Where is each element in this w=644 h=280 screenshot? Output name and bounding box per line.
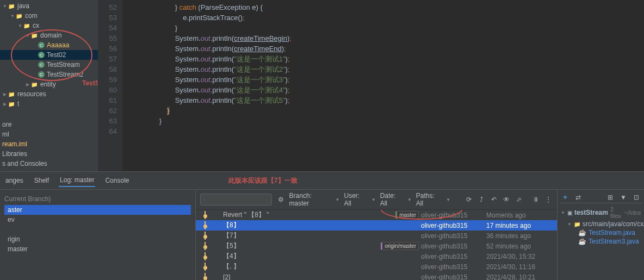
folder-icon: 📁 bbox=[15, 12, 23, 20]
class-icon: C bbox=[38, 52, 45, 58]
branch-badge: origin/master bbox=[381, 242, 419, 250]
file-tree-folder[interactable]: ▼ 📁 src/main/java/com/cx/ bbox=[560, 220, 642, 228]
branch-item[interactable]: ev bbox=[4, 215, 191, 225]
branches-panel: Current Branch) asterev rigin master bbox=[0, 190, 196, 280]
tree-item-resources[interactable]: ▶📁resources bbox=[0, 89, 98, 99]
folder-icon: 📁 bbox=[8, 2, 15, 10]
tab-console[interactable]: Console bbox=[104, 175, 130, 186]
eye-icon[interactable]: 👁 bbox=[502, 195, 510, 204]
branch-badge: master bbox=[395, 211, 419, 219]
tree-item-com[interactable]: ▼📁com bbox=[0, 11, 98, 21]
annotation-2: 此版本应该跟【7】一致 bbox=[228, 176, 298, 185]
branch-header: Current Branch) bbox=[4, 193, 191, 205]
pause-icon[interactable]: ⏸ bbox=[532, 195, 540, 204]
search-input[interactable] bbox=[200, 194, 272, 206]
tree-item-aaaaaa[interactable]: CAaaaaa bbox=[0, 40, 98, 50]
swap-icon[interactable]: ⇄ bbox=[574, 193, 583, 202]
commit-list: Revert " 【8】 "masteroliver-github315Mome… bbox=[196, 210, 557, 280]
folder-icon: 📁 bbox=[8, 90, 15, 98]
code-editor[interactable]: 52535455565758596061626364 } catch (Pars… bbox=[98, 0, 644, 171]
commit-row[interactable]: 【. 】oliver-github3152021/4/30, 11:16 bbox=[196, 262, 557, 272]
expand-icon[interactable]: ▼ bbox=[619, 193, 628, 202]
branch-filter[interactable]: Branch: master bbox=[289, 192, 331, 207]
commit-row[interactable]: 【8】oliver-github31517 minutes ago bbox=[196, 220, 557, 231]
refresh-icon[interactable]: ⟳ bbox=[465, 195, 473, 204]
user-filter[interactable]: User: All bbox=[344, 192, 367, 207]
module-icon: ▣ bbox=[567, 210, 572, 216]
branch-item[interactable]: aster bbox=[4, 205, 191, 215]
tab-shelf[interactable]: Shelf bbox=[33, 175, 50, 186]
file-tree-file[interactable]: ☕ TestStream.java bbox=[560, 228, 642, 237]
commit-details-icon[interactable]: ✦ bbox=[561, 193, 569, 202]
commit-row[interactable]: 【7】oliver-github31536 minutes ago bbox=[196, 231, 557, 241]
class-icon: C bbox=[38, 61, 45, 68]
tree-item-cx[interactable]: ▼📁cx bbox=[0, 21, 98, 30]
file-tree-file[interactable]: ☕ TestStream3.java bbox=[560, 237, 642, 246]
revert-icon[interactable]: ↶ bbox=[490, 195, 498, 204]
options-icon[interactable]: ⋮ bbox=[544, 195, 553, 204]
cherry-pick-icon[interactable]: ⤴ bbox=[477, 195, 485, 204]
tab-logmaster[interactable]: Log: master bbox=[59, 174, 95, 187]
commit-row[interactable]: 【4】oliver-github3152021/4/30, 15:32 bbox=[196, 251, 557, 262]
changed-files-panel: ✦ ⇄ ⊞ ▼ ⊡ ▼ ▣ testStream 2 files ~/Idea … bbox=[557, 190, 644, 280]
folder-icon: 📁 bbox=[574, 221, 580, 227]
date-filter[interactable]: Date: All bbox=[380, 192, 403, 207]
commit-row[interactable]: [2]oliver-github3152021/4/28, 10:21 bbox=[196, 272, 557, 280]
log-toolbar: ⚙ Branch: master▼ User: All▼ Date: All▼ … bbox=[196, 190, 557, 210]
tree-item[interactable]: s and Consoles bbox=[0, 159, 98, 169]
branch-item[interactable]: master bbox=[4, 244, 191, 254]
folder-icon: 📁 bbox=[8, 100, 15, 108]
commit-row[interactable]: Revert " 【8】 "masteroliver-github315Mome… bbox=[196, 210, 557, 220]
tree-item-test02[interactable]: CTest02 bbox=[0, 50, 98, 60]
branch-item[interactable]: rigin bbox=[4, 234, 191, 244]
paths-filter[interactable]: Paths: All bbox=[416, 192, 442, 207]
java-file-icon: ☕ bbox=[578, 238, 586, 245]
folder-icon: 📁 bbox=[30, 32, 38, 39]
group-icon[interactable]: ⊞ bbox=[606, 193, 615, 202]
tree-item-java[interactable]: ▼📁java bbox=[0, 1, 98, 11]
tab-anges[interactable]: anges bbox=[4, 175, 24, 186]
tree-item-teststream[interactable]: CTestStream bbox=[0, 60, 98, 70]
folder-icon: 📁 bbox=[30, 80, 38, 88]
gutter: 52535455565758596061626364 bbox=[98, 0, 122, 171]
annotation-1: TestStream3被删除 bbox=[82, 79, 98, 88]
file-tree-root[interactable]: ▼ ▣ testStream 2 files ~/Idea bbox=[560, 206, 642, 220]
tree-item[interactable]: ml bbox=[0, 129, 98, 139]
gear-icon[interactable]: ⚙ bbox=[276, 195, 284, 204]
branch-item[interactable] bbox=[4, 225, 191, 234]
tree-item-domain[interactable]: ▼📁domain bbox=[0, 30, 98, 40]
open-icon[interactable]: ⬀ bbox=[515, 195, 523, 204]
vcs-tabs: angesShelfLog: masterConsole此版本应该跟【7】一致 bbox=[0, 172, 644, 190]
code-area[interactable]: } catch (ParseException e) { e.printStac… bbox=[122, 0, 644, 171]
vcs-log-panel: angesShelfLog: masterConsole此版本应该跟【7】一致 … bbox=[0, 171, 644, 280]
tree-item[interactable]: ream.iml bbox=[0, 139, 98, 149]
commit-row[interactable]: 【5】origin/masteroliver-github31552 minut… bbox=[196, 241, 557, 251]
java-file-icon: ☕ bbox=[578, 229, 586, 237]
class-icon: C bbox=[38, 71, 45, 78]
collapse-icon[interactable]: ⊡ bbox=[632, 193, 641, 202]
class-icon: C bbox=[38, 42, 45, 48]
tree-item[interactable]: Libraries bbox=[0, 149, 98, 159]
project-tree: TestStream3被删除 ▼📁java▼📁com▼📁cx▼📁domainCA… bbox=[0, 0, 98, 171]
folder-icon: 📁 bbox=[23, 22, 30, 29]
tree-item-t[interactable]: ▶📁t bbox=[0, 99, 98, 109]
tree-item[interactable]: ore bbox=[0, 120, 98, 129]
tree-item-teststream2[interactable]: CTestStream2 bbox=[0, 70, 98, 79]
